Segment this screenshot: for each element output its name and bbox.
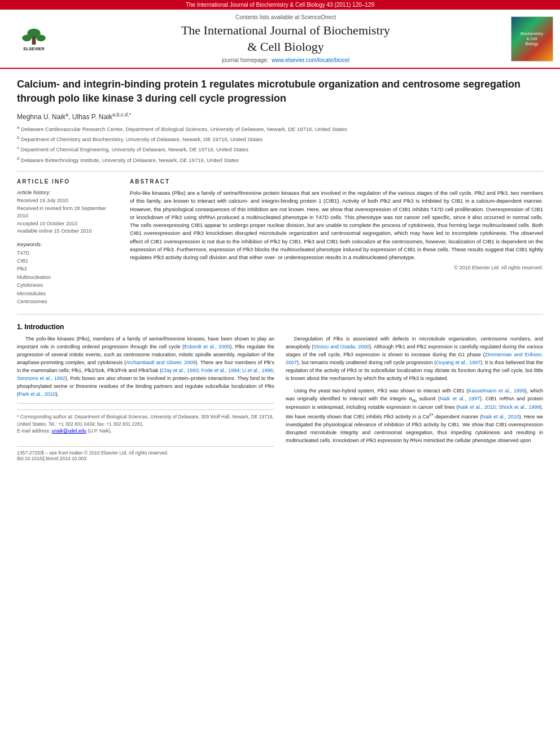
ref-clay[interactable]: Clay et al., 1993 (161, 368, 198, 373)
ref-naik2010[interactable]: Naik et al., 2010 (458, 404, 495, 410)
introduction-section: 1. Introduction The polo-like kinases (P… (17, 323, 543, 465)
intro-para-1: The polo-like kinases (Plks), members of… (17, 335, 274, 399)
copyright-line: © 2010 Elsevier Ltd. All rights reserved… (130, 265, 543, 270)
article-content: Calcium- and integrin-binding protein 1 … (0, 69, 560, 476)
intro-right-col: Deregulation of Plks is associated with … (286, 335, 543, 465)
contents-label: Contents lists available at ScienceDirec… (235, 14, 336, 20)
footer-note: * Corresponding author at: Department of… (17, 409, 274, 435)
journal-cover-area: Biochemistry & Cell Biology (509, 14, 554, 63)
ref-naik1997[interactable]: Naik et al., 1997 (440, 396, 480, 401)
article-info-heading: ARTICLE INFO (17, 178, 119, 185)
intro-body: The polo-like kinases (Plks), members of… (17, 335, 543, 465)
ref-eckerdt[interactable]: Eckerdt et al., 2005 (184, 344, 230, 350)
intro-left-text: The polo-like kinases (Plks), members of… (17, 335, 274, 399)
intro-right-para-2: Using the yeast two-hybrid system, Plk3 … (286, 387, 543, 445)
journal-title: The International Journal of Biochemistr… (181, 23, 390, 55)
keyword-2: CIB1 (17, 257, 119, 265)
abstract-col: ABSTRACT Polo-like kinases (Plks) are a … (130, 178, 543, 305)
keyword-1: T47D (17, 249, 119, 257)
affiliation-b: b Department of Chemistry and Biochemist… (17, 134, 543, 143)
homepage-label: journal homepage: (222, 57, 269, 63)
email-label: E-mail address: (17, 428, 50, 434)
journal-logo-area: ELSEVIER (6, 14, 62, 63)
journal-homepage: journal homepage: www.elsevier.com/locat… (222, 57, 349, 63)
bottom-bar: 1357-2725/$ – see front matter © 2010 El… (17, 446, 274, 465)
received-date: Received 19 July 2010 (17, 197, 119, 205)
affiliation-c: c Department of Chemical Engineering, Un… (17, 145, 543, 154)
abstract-text: Polo-like kinases (Plks) are a family of… (130, 189, 543, 261)
svg-point-2 (22, 34, 32, 41)
contents-line: Contents lists available at ScienceDirec… (235, 14, 336, 20)
ref-ouyang[interactable]: Ouyang et al., 1997 (436, 360, 480, 365)
ref-simizu[interactable]: Simizu and Osada, 2000 (313, 344, 369, 350)
journal-title-line1: The International Journal of Biochemistr… (181, 23, 390, 37)
keyword-3: Plk3 (17, 265, 119, 273)
article-info-col: ARTICLE INFO Article history: Received 1… (17, 178, 119, 305)
ref-naik2010b[interactable]: Naik et al., 2010 (482, 414, 519, 420)
available-online: Available online 15 October 2010 (17, 228, 119, 235)
keywords-label: Keywords: (17, 241, 119, 247)
page: The International Journal of Biochemistr… (0, 0, 560, 747)
journal-title-area: Contents lists available at ScienceDirec… (68, 14, 504, 63)
ref-li[interactable]: Li et al., 1996 (242, 368, 273, 373)
journal-cover-image: Biochemistry & Cell Biology (511, 16, 553, 62)
intro-right-text: Deregulation of Plks is associated with … (286, 335, 543, 445)
ref-simmons[interactable]: Simmons et al., 1992 (17, 375, 65, 381)
affiliation-d: d Delaware Biotechnology Institute, Univ… (17, 155, 543, 164)
ref-shock[interactable]: Shock et al., 1999 (498, 404, 540, 410)
keyword-7: Centrosomes (17, 298, 119, 305)
elsevier-logo: ELSEVIER (11, 25, 56, 53)
keyword-5: Cytokinesis (17, 281, 119, 289)
ref-kauselmann[interactable]: Kauselmann et al., 1999 (468, 388, 524, 394)
keyword-6: Microtubules (17, 290, 119, 298)
accepted-date: Accepted 10 October 2010 (17, 220, 119, 228)
email-link[interactable]: unaik@udel.edu (51, 428, 86, 434)
doi-text: doi:10.1016/j.biocel.2010.10.003 (17, 456, 274, 461)
top-banner-text: The International Journal of Biochemistr… (186, 2, 374, 8)
intro-heading: 1. Introduction (17, 323, 543, 331)
history-label: Article history: (17, 189, 119, 195)
affiliation-a: a Delaware Cardiovascular Research Cente… (17, 124, 543, 133)
homepage-url[interactable]: www.elsevier.com/locate/biocel (272, 57, 349, 63)
svg-rect-4 (32, 36, 36, 45)
article-history: Article history: Received 19 July 2010 R… (17, 189, 119, 235)
top-banner: The International Journal of Biochemistr… (0, 0, 560, 10)
keywords-section: Keywords: T47D CIB1 Plk3 Multinucleation… (17, 241, 119, 306)
abstract-heading: ABSTRACT (130, 178, 543, 185)
ref-zimmerman[interactable]: Zimmerman and Erikson, 2007 (286, 352, 543, 365)
journal-title-line2: & Cell Biology (247, 40, 324, 54)
article-info-abstract: ARTICLE INFO Article history: Received 1… (17, 178, 543, 314)
svg-text:ELSEVIER: ELSEVIER (23, 46, 45, 51)
affiliations: a Delaware Cardiovascular Research Cente… (17, 124, 543, 172)
issn-text: 1357-2725/$ – see front matter © 2010 El… (17, 450, 274, 456)
ref-archambault[interactable]: Archambault and Glover, 2009 (126, 360, 195, 365)
received-revised: Received in revised form 28 September 20… (17, 205, 119, 220)
footnote-divider (17, 403, 274, 404)
footer-corresponding: * Corresponding author at: Department of… (17, 413, 274, 428)
ref-park[interactable]: Park et al., 2010 (19, 391, 56, 397)
cover-label: Biochemistry & Cell Biology (520, 31, 543, 46)
email-note: (U.P. Naik). (88, 428, 112, 434)
svg-point-3 (36, 34, 46, 41)
ref-fode[interactable]: Fode et al., 1994 (201, 368, 239, 373)
journal-header: ELSEVIER Contents lists available at Sci… (0, 10, 560, 69)
footer-email: E-mail address: unaik@udel.edu (U.P. Nai… (17, 427, 274, 435)
keyword-4: Multinucleation (17, 273, 119, 281)
authors: Meghna U. Naika, Ulhas P. Naika,b,c,d,* (17, 112, 543, 121)
article-title: Calcium- and integrin-binding protein 1 … (17, 77, 543, 106)
intro-right-para-1: Deregulation of Plks is associated with … (286, 335, 543, 383)
intro-left-col: The polo-like kinases (Plks), members of… (17, 335, 274, 465)
